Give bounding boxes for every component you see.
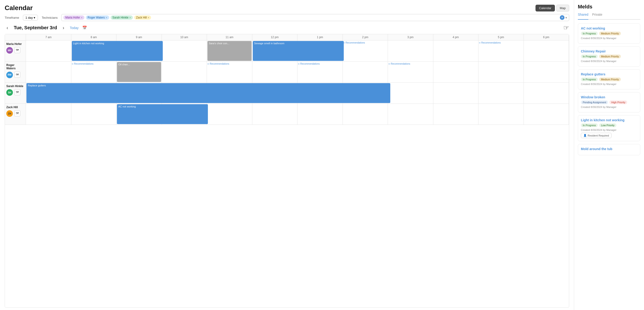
resident-required-button[interactable]: 👤 Resident Required	[581, 133, 612, 138]
badge-status-chimney: In Progress	[581, 55, 598, 58]
avatar-mh[interactable]: MH	[6, 47, 13, 54]
badge-status-gutters: In Progress	[581, 78, 598, 81]
rec-rw-8am[interactable]: Recommendations	[72, 62, 116, 66]
avatar-rw[interactable]: RW	[6, 72, 13, 78]
mh-slot-11am[interactable]: Sara's choir con...	[207, 41, 252, 62]
remove-tech-mh[interactable]: ×	[81, 16, 82, 19]
meld-card-light-kitchen: Light in kitchen not working In Progress…	[578, 115, 640, 141]
meld-meta-light-kitchen: Created 8/30/2024 by Manager	[581, 128, 637, 131]
zh-slot-8am[interactable]	[71, 104, 117, 125]
tech-tag-mh[interactable]: Maria Hofer ×	[63, 16, 84, 20]
event-sewage-smell[interactable]: Sewage smell in bathroom	[253, 41, 344, 61]
map-btn-rw[interactable]: 🗺	[14, 72, 20, 78]
sh-slot-5pm[interactable]	[478, 83, 524, 104]
timeframe-value: 1 day	[26, 16, 33, 20]
mh-slot-2pm[interactable]: Recommendations	[343, 41, 388, 62]
map-btn-zh[interactable]: 🗺	[14, 110, 20, 116]
rw-slot-3pm[interactable]: Recommendations	[388, 62, 433, 83]
remove-tech-rw[interactable]: ×	[106, 16, 107, 19]
current-date: Tue, September 3rd	[14, 25, 57, 31]
zh-slot-4pm[interactable]	[433, 104, 479, 125]
sh-slot-7am[interactable]: Replace gutters	[26, 83, 71, 104]
zh-slot-1pm[interactable]	[298, 104, 343, 125]
rec-rw-11am[interactable]: Recommendations	[208, 62, 252, 66]
clear-tags-button[interactable]: ✕	[560, 15, 564, 20]
event-replace-gutters[interactable]: Replace gutters	[26, 83, 390, 103]
sh-slot-6pm[interactable]	[524, 83, 569, 104]
meld-card-mold: Mold around the tub	[578, 144, 640, 155]
zh-slot-2pm[interactable]	[343, 104, 388, 125]
mh-slot-7am[interactable]	[26, 41, 71, 62]
timeframe-dropdown[interactable]: 1 day ▾	[23, 15, 38, 21]
tech-tag-sh[interactable]: Sarah Hinkle ×	[110, 16, 133, 20]
today-button[interactable]: Today	[70, 26, 78, 30]
mh-slot-8am[interactable]: Light in kitchen not working	[71, 41, 117, 62]
tech-actions-zh: ZH 🗺	[6, 110, 20, 117]
calendar-icon[interactable]: 📅	[82, 26, 87, 30]
rw-slot-2pm[interactable]	[343, 62, 388, 83]
zh-slot-12pm[interactable]	[252, 104, 298, 125]
meld-title-chimney[interactable]: Chimney Repair	[581, 49, 637, 53]
remove-tech-zh[interactable]: ×	[148, 16, 149, 19]
time-header-5pm: 5 pm	[478, 34, 524, 41]
tags-chevron-icon[interactable]: ▾	[566, 16, 567, 20]
avatar-zh[interactable]: ZH	[6, 110, 13, 117]
rw-slot-4pm[interactable]	[433, 62, 479, 83]
zh-slot-9am[interactable]: AC not working	[116, 104, 162, 125]
mh-slot-10am[interactable]	[162, 41, 207, 62]
rw-slot-12pm[interactable]	[252, 62, 298, 83]
meld-title-window[interactable]: Window broken	[581, 95, 637, 99]
rw-slot-5pm[interactable]	[478, 62, 524, 83]
sh-slot-4pm[interactable]	[433, 83, 479, 104]
tab-private[interactable]: Private	[592, 13, 602, 17]
event-oil-change[interactable]: Oil chan...	[117, 62, 161, 82]
meld-title-gutters[interactable]: Replace gutters	[581, 72, 637, 76]
mh-slot-4pm[interactable]	[433, 41, 479, 62]
rec-mh-2pm[interactable]: Recommendations	[343, 41, 388, 45]
zh-slot-3pm[interactable]	[388, 104, 433, 125]
rw-slot-7am[interactable]	[26, 62, 71, 83]
sh-slot-3pm[interactable]	[388, 83, 433, 104]
rw-slot-1pm[interactable]: Recommendations	[298, 62, 343, 83]
calendar-view-button[interactable]: Calendar	[536, 5, 555, 12]
map-view-button[interactable]: Map	[556, 5, 569, 12]
mh-slot-5pm[interactable]: Recommendations	[478, 41, 524, 62]
meld-badges-chimney: In Progress Medium Priority	[581, 55, 637, 58]
time-header-3pm: 3 pm	[388, 34, 433, 41]
next-arrow[interactable]: ›	[61, 24, 66, 31]
meld-badges-window: Pending Assignment High Priority	[581, 100, 637, 104]
event-saras-choir[interactable]: Sara's choir con...	[208, 41, 252, 61]
zh-slot-6pm[interactable]	[524, 104, 569, 125]
zh-slot-5pm[interactable]	[478, 104, 524, 125]
rw-slot-10am[interactable]	[162, 62, 207, 83]
tab-shared[interactable]: Shared	[578, 13, 588, 20]
rw-slot-8am[interactable]: Recommendations	[71, 62, 117, 83]
tech-tag-zh[interactable]: Zack Hill ×	[134, 16, 151, 20]
prev-arrow[interactable]: ‹	[5, 24, 10, 31]
zh-slot-7am[interactable]	[26, 104, 71, 125]
meld-badges-light-kitchen: In Progress Low Priority	[581, 123, 637, 127]
rw-slot-9am[interactable]: Oil chan...	[116, 62, 162, 83]
meld-title-light-kitchen[interactable]: Light in kitchen not working	[581, 118, 637, 122]
mh-slot-3pm[interactable]	[388, 41, 433, 62]
time-header-6pm: 6 pm	[524, 34, 569, 41]
rw-slot-11am[interactable]: Recommendations	[207, 62, 252, 83]
event-light-kitchen[interactable]: Light in kitchen not working	[72, 41, 163, 61]
map-btn-sh[interactable]: 🗺	[14, 89, 20, 95]
event-ac-not-working[interactable]: AC not working	[117, 104, 208, 124]
rw-slot-6pm[interactable]	[524, 62, 569, 83]
meld-title-mold[interactable]: Mold around the tub	[581, 147, 637, 151]
tech-tag-rw[interactable]: Roger Waters ×	[86, 16, 109, 20]
rec-rw-3pm[interactable]: Recommendations	[388, 62, 432, 66]
mh-slot-6pm[interactable]	[524, 41, 569, 62]
view-toggle: Calendar Map	[536, 5, 569, 12]
tech-actions-rw: RW 🗺	[6, 72, 20, 78]
map-btn-mh[interactable]: 🗺	[14, 47, 20, 53]
remove-tech-sh[interactable]: ×	[129, 16, 131, 19]
mh-slot-12pm[interactable]: Sewage smell in bathroom	[252, 41, 298, 62]
meld-title-ac[interactable]: AC not working	[581, 27, 637, 30]
rec-rw-1pm[interactable]: Recommendations	[298, 62, 342, 66]
rec-mh-5pm[interactable]: Recommendations	[479, 41, 523, 45]
avatar-sh[interactable]: SH	[6, 89, 13, 96]
zh-slot-11am[interactable]	[207, 104, 252, 125]
